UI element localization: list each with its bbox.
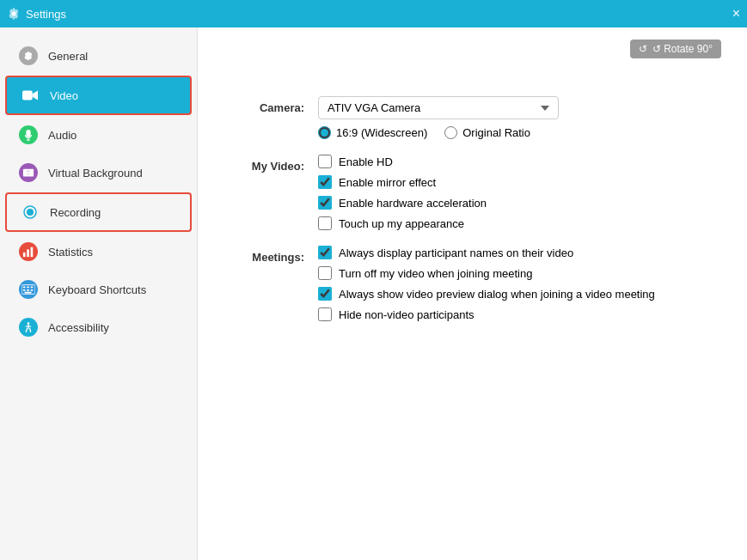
svg-rect-12 — [27, 286, 29, 288]
hide-non-video-option[interactable]: Hide non-video participants — [318, 307, 721, 321]
show-preview-checkbox[interactable] — [318, 287, 332, 301]
sidebar-item-statistics[interactable]: Statistics — [5, 234, 192, 270]
sidebar-keyboard-label: Keyboard Shortcuts — [48, 283, 146, 296]
statistics-icon — [19, 242, 38, 261]
sidebar-statistics-label: Statistics — [48, 246, 93, 259]
turn-off-video-label: Turn off my video when joining meeting — [339, 267, 532, 280]
sidebar-video-label: Video — [50, 89, 78, 102]
enable-hw-accel-option[interactable]: Enable hardware acceleration — [318, 196, 721, 210]
camera-row: Camera: ATIV VGA Camera Default Camera I… — [223, 96, 721, 139]
my-video-row: My Video: Enable HD Enable mirror effect… — [223, 155, 721, 230]
ratio-widescreen[interactable]: 16:9 (Widescreen) — [318, 126, 427, 139]
svg-rect-13 — [31, 286, 34, 288]
svg-rect-9 — [31, 247, 34, 257]
sidebar-vbg-label: Virtual Background — [48, 167, 143, 180]
svg-point-18 — [28, 322, 30, 325]
content-area: ↺ ↺ Rotate 90° Camera: ATIV VGA Camera D… — [198, 27, 747, 560]
ratio-widescreen-label: 16:9 (Widescreen) — [336, 126, 427, 139]
display-names-checkbox[interactable] — [318, 246, 332, 259]
display-names-label: Always display participant names on thei… — [339, 247, 573, 259]
meetings-row: Meetings: Always display participant nam… — [223, 246, 721, 321]
enable-mirror-label: Enable mirror effect — [339, 176, 436, 189]
svg-point-6 — [27, 209, 34, 216]
ratio-row: 16:9 (Widescreen) Original Ratio — [318, 126, 721, 139]
svg-rect-14 — [23, 289, 26, 291]
touch-up-option[interactable]: Touch up my appearance — [318, 216, 721, 230]
rotate-button[interactable]: ↺ ↺ Rotate 90° — [630, 40, 721, 58]
virtual-background-icon — [19, 163, 38, 182]
turn-off-video-option[interactable]: Turn off my video when joining meeting — [318, 266, 721, 280]
svg-rect-2 — [22, 91, 33, 100]
enable-mirror-option[interactable]: Enable mirror effect — [318, 175, 721, 189]
sidebar-audio-label: Audio — [48, 129, 77, 142]
title-bar-title: Settings — [26, 8, 66, 21]
enable-hd-checkbox[interactable] — [318, 155, 332, 168]
svg-rect-8 — [27, 249, 29, 257]
title-bar: Settings × — [0, 0, 747, 27]
gear-icon — [19, 46, 38, 65]
sidebar-general-label: General — [48, 50, 88, 63]
svg-rect-15 — [27, 289, 29, 291]
sidebar-item-accessibility[interactable]: Accessibility — [5, 309, 192, 345]
ratio-original-input[interactable] — [444, 126, 457, 139]
svg-rect-17 — [25, 292, 32, 294]
show-preview-option[interactable]: Always show video preview dialog when jo… — [318, 287, 721, 301]
close-button[interactable]: × — [732, 7, 740, 21]
sidebar-item-recording[interactable]: Recording — [5, 192, 192, 232]
video-icon — [21, 86, 40, 105]
svg-rect-7 — [23, 253, 26, 257]
my-video-controls: Enable HD Enable mirror effect Enable ha… — [318, 155, 721, 230]
sidebar: General Video Audio — [0, 27, 198, 560]
rotate-icon: ↺ — [639, 43, 647, 55]
sidebar-item-video[interactable]: Video — [5, 76, 192, 115]
svg-rect-16 — [31, 289, 34, 291]
keyboard-icon — [19, 280, 38, 299]
enable-mirror-checkbox[interactable] — [318, 175, 332, 189]
sidebar-item-keyboard-shortcuts[interactable]: Keyboard Shortcuts — [5, 271, 192, 307]
enable-hd-label: Enable HD — [339, 155, 393, 168]
enable-hw-accel-label: Enable hardware acceleration — [339, 197, 487, 210]
enable-hw-accel-checkbox[interactable] — [318, 196, 332, 210]
hide-non-video-checkbox[interactable] — [318, 307, 332, 321]
meetings-label: Meetings: — [223, 246, 318, 264]
my-video-label: My Video: — [223, 155, 318, 173]
sidebar-recording-label: Recording — [50, 206, 101, 219]
recording-icon — [21, 203, 40, 222]
camera-label: Camera: — [223, 96, 318, 114]
enable-hd-option[interactable]: Enable HD — [318, 155, 721, 168]
turn-off-video-checkbox[interactable] — [318, 266, 332, 280]
meetings-controls: Always display participant names on thei… — [318, 246, 721, 321]
rotate-label: ↺ Rotate 90° — [652, 43, 713, 55]
svg-rect-11 — [23, 286, 26, 288]
show-preview-label: Always show video preview dialog when jo… — [339, 288, 655, 301]
touch-up-checkbox[interactable] — [318, 216, 332, 230]
camera-select[interactable]: ATIV VGA Camera Default Camera Integrate… — [318, 96, 559, 119]
accessibility-icon — [19, 318, 38, 337]
ratio-widescreen-input[interactable] — [318, 126, 331, 139]
touch-up-label: Touch up my appearance — [339, 217, 464, 230]
sidebar-item-general[interactable]: General — [5, 38, 192, 74]
camera-controls: ATIV VGA Camera Default Camera Integrate… — [318, 96, 721, 139]
settings-icon — [7, 7, 21, 21]
sidebar-accessibility-label: Accessibility — [48, 321, 109, 334]
hide-non-video-label: Hide non-video participants — [339, 308, 475, 321]
ratio-original-label: Original Ratio — [462, 126, 530, 139]
video-settings-form: Camera: ATIV VGA Camera Default Camera I… — [223, 96, 721, 321]
sidebar-item-virtual-background[interactable]: Virtual Background — [5, 155, 192, 191]
ratio-original[interactable]: Original Ratio — [444, 126, 530, 139]
sidebar-item-audio[interactable]: Audio — [5, 117, 192, 153]
audio-icon — [19, 125, 38, 144]
display-names-option[interactable]: Always display participant names on thei… — [318, 246, 721, 259]
title-bar-left: Settings — [7, 7, 66, 21]
main-layout: General Video Audio — [0, 27, 747, 560]
